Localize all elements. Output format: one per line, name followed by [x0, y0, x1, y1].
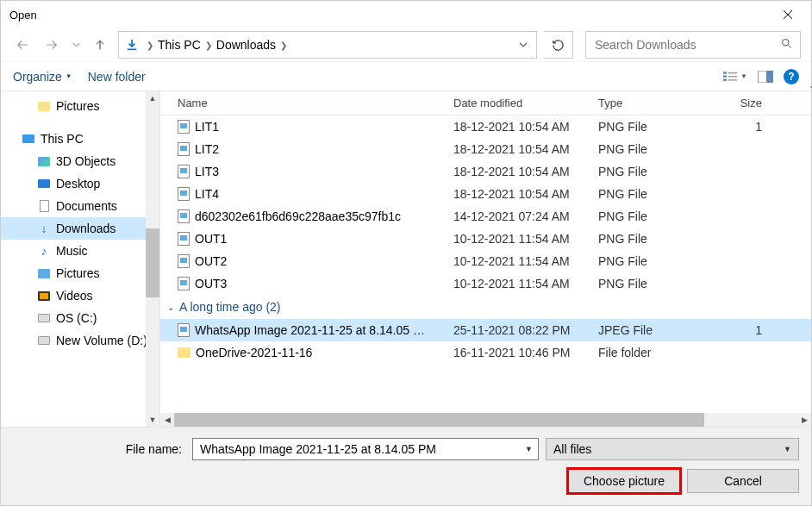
svg-rect-6 — [728, 79, 738, 80]
chevron-down-icon: ▼ — [740, 72, 747, 80]
tree-3dobjects[interactable]: 3D Objects — [1, 150, 159, 172]
folder-icon — [37, 99, 51, 113]
file-type: JPEG File — [598, 323, 728, 337]
file-name: LIT2 — [195, 142, 219, 156]
help-button[interactable]: ? — [784, 69, 799, 84]
search-input[interactable] — [593, 37, 780, 53]
scroll-right-icon[interactable]: ▶ — [797, 413, 811, 427]
tree-thispc[interactable]: This PC — [1, 128, 159, 150]
tree-newvolume[interactable]: New Volume (D:) — [1, 329, 159, 352]
chevron-right-icon: ❯ — [147, 41, 153, 50]
header-size[interactable]: Size — [728, 97, 762, 109]
file-size: 1 — [728, 323, 762, 337]
file-type: PNG File — [598, 232, 728, 246]
tree-downloads[interactable]: ↓ Downloads — [1, 217, 159, 240]
nav-bar: ❯ This PC ❯ Downloads ❯ — [1, 28, 811, 61]
view-mode-button[interactable]: ▼ — [723, 71, 747, 83]
group-header[interactable]: ⌄A long time ago (2) — [160, 295, 811, 319]
tree-pictures2[interactable]: Pictures — [1, 262, 159, 284]
file-name: d602302e61fb6d69c228aae35c97fb1c — [195, 209, 401, 223]
open-dialog: Open ❯ This PC ❯ Downloads ❯ — [0, 0, 812, 506]
close-button[interactable] — [770, 3, 806, 27]
search-box[interactable] — [585, 31, 801, 59]
crumb-downloads[interactable]: Downloads — [214, 36, 278, 53]
new-folder-button[interactable]: New folder — [88, 70, 146, 84]
up-button[interactable] — [89, 34, 111, 56]
file-row[interactable]: LIT418-12-2021 10:54 AMPNG File — [160, 183, 811, 205]
choose-picture-button[interactable]: Choose picture — [568, 469, 680, 493]
bottom-panel: File name: ▼ All files ▼ Choose picture … — [1, 427, 811, 505]
file-size: 1 — [728, 120, 762, 134]
file-row[interactable]: OUT310-12-2021 11:54 AMPNG File — [160, 272, 811, 295]
scroll-thumb[interactable] — [174, 413, 704, 427]
file-row[interactable]: LIT118-12-2021 10:54 AMPNG File1 — [160, 116, 811, 138]
desktop-icon — [37, 177, 51, 191]
svg-rect-5 — [723, 78, 727, 80]
search-icon[interactable] — [780, 37, 793, 53]
image-file-icon — [178, 254, 190, 268]
tree-desktop[interactable]: Desktop — [1, 172, 159, 195]
scroll-up-icon[interactable]: ▲ — [146, 91, 159, 105]
chevron-right-icon: ❯ — [280, 41, 287, 50]
file-row[interactable]: WhatsApp Image 2021-11-25 at 8.14.05 …25… — [160, 319, 811, 341]
recent-dropdown-icon[interactable] — [70, 34, 82, 56]
svg-rect-4 — [728, 76, 738, 77]
scroll-left-icon[interactable]: ◀ — [160, 413, 174, 427]
tree-videos[interactable]: Videos — [1, 284, 159, 307]
refresh-button[interactable] — [544, 31, 573, 59]
videos-icon — [37, 289, 51, 303]
tree-osc[interactable]: OS (C:) — [1, 307, 159, 329]
file-row[interactable]: d602302e61fb6d69c228aae35c97fb1c14-12-20… — [160, 205, 811, 228]
scroll-thumb[interactable] — [146, 228, 159, 297]
filename-label: File name: — [13, 442, 185, 456]
sort-indicator-icon: ˅ — [486, 85, 813, 93]
file-type: PNG File — [598, 165, 728, 178]
content-area: Pictures This PC 3D Objects Desktop Docu… — [1, 91, 811, 427]
preview-pane-button[interactable] — [758, 71, 773, 83]
file-date: 18-12-2021 10:54 AM — [453, 187, 598, 201]
organize-menu[interactable]: Organize ▼ — [13, 70, 72, 84]
image-file-icon — [178, 165, 190, 178]
file-type: PNG File — [598, 187, 728, 201]
filetype-filter[interactable]: All files ▼ — [546, 438, 799, 460]
cancel-button[interactable]: Cancel — [687, 469, 799, 493]
file-name: LIT1 — [195, 120, 219, 134]
objects-icon — [37, 154, 51, 168]
group-label: A long time ago (2) — [179, 300, 281, 314]
chevron-down-icon[interactable]: ▼ — [520, 445, 533, 453]
back-button[interactable] — [11, 34, 34, 56]
file-type: PNG File — [598, 277, 728, 290]
filename-input[interactable] — [198, 441, 520, 457]
file-name: LIT3 — [195, 165, 219, 178]
chevron-down-icon: ▼ — [784, 445, 791, 453]
header-date[interactable]: ˅ Date modified — [453, 97, 598, 109]
tree-documents[interactable]: Documents — [1, 195, 159, 217]
file-row[interactable]: OUT210-12-2021 11:54 AMPNG File — [160, 250, 811, 272]
file-date: 18-12-2021 10:54 AM — [453, 142, 598, 156]
filename-combobox[interactable]: ▼ — [192, 438, 539, 460]
horizontal-scrollbar[interactable]: ◀ ▶ — [160, 413, 811, 427]
chevron-down-icon: ⌄ — [167, 303, 174, 312]
forward-button[interactable] — [41, 34, 63, 56]
file-row[interactable]: LIT318-12-2021 10:54 AMPNG File — [160, 160, 811, 183]
disk-icon — [37, 311, 51, 325]
file-row[interactable]: LIT218-12-2021 10:54 AMPNG File — [160, 138, 811, 160]
crumb-thispc[interactable]: This PC — [155, 36, 203, 53]
file-type: PNG File — [598, 120, 728, 134]
image-file-icon — [178, 187, 190, 201]
image-file-icon — [178, 277, 190, 290]
downloads-icon — [124, 37, 140, 53]
scroll-down-icon[interactable]: ▼ — [146, 413, 159, 427]
address-dropdown-icon[interactable] — [514, 42, 533, 47]
header-name[interactable]: Name — [178, 97, 453, 109]
pictures-icon — [37, 266, 51, 280]
tree-pictures[interactable]: Pictures — [1, 95, 159, 117]
header-type[interactable]: Type — [598, 97, 728, 109]
address-bar[interactable]: ❯ This PC ❯ Downloads ❯ — [118, 31, 537, 59]
file-row[interactable]: OUT110-12-2021 11:54 AMPNG File — [160, 228, 811, 250]
file-row[interactable]: OneDrive-2021-11-1616-11-2021 10:46 PMFi… — [160, 341, 811, 364]
tree-music[interactable]: ♪ Music — [1, 240, 159, 262]
tree-scrollbar[interactable]: ▲ ▼ — [146, 91, 159, 427]
svg-rect-1 — [723, 72, 727, 73]
pc-icon — [22, 132, 35, 146]
